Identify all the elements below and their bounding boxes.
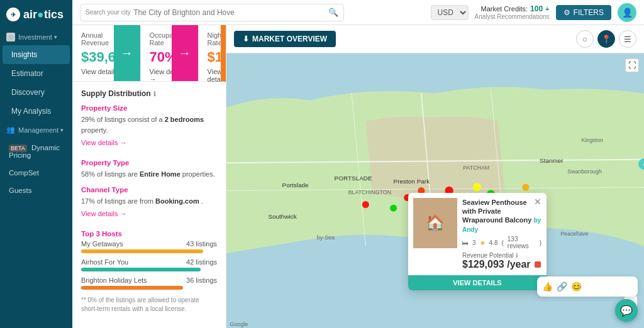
search-box[interactable]: Search your city 🔍: [80, 4, 344, 21]
popup-close-button[interactable]: ✕: [534, 197, 541, 207]
svg-point-8: [473, 183, 481, 191]
chat-notification: 👍 🔗 😊: [537, 276, 638, 297]
left-panel: Annual Revenue ℹ $39,669 View details → …: [72, 25, 226, 328]
popup-image: 🏠: [413, 198, 457, 248]
property-size-text: 29% of listings consist of a 2 bedrooms …: [81, 114, 217, 135]
chat-notification-icons: 👍 🔗 😊: [542, 282, 582, 292]
market-overview-bar: ⬇ MARKET OVERVIEW ○ 📍 ☰: [226, 25, 644, 53]
svg-point-25: [362, 201, 369, 208]
sidebar-item-my-analysis[interactable]: My Analysis: [0, 102, 72, 121]
investment-arrow: ▾: [54, 34, 57, 40]
bed-icon: 🛏: [462, 239, 469, 246]
channel-type-label: Channel Type: [81, 186, 217, 194]
channel-type-details-link[interactable]: View details →: [81, 210, 127, 217]
sidebar-item-compset[interactable]: CompSet: [0, 164, 72, 182]
sidebar-item-insights[interactable]: Insights: [3, 45, 70, 64]
main-wrapper: Search your city 🔍 USD Market Credits: 1…: [72, 0, 644, 328]
filters-button[interactable]: ⚙ FILTERS: [556, 5, 611, 20]
host-name-2: Brighton Holiday Lets: [81, 276, 147, 284]
host-item-2: Brighton Holiday Lets 36 listings: [81, 276, 217, 290]
management-section[interactable]: 👥 Management ▾: [0, 121, 72, 139]
map-controls: ○ 📍 ☰: [576, 30, 636, 48]
chat-widget[interactable]: 💬: [615, 299, 638, 322]
host-item-1: Airhost For You 42 listings: [81, 258, 217, 271]
popup-reviews: (: [501, 239, 503, 246]
top-hosts-label: Top 3 Hosts: [81, 230, 217, 238]
svg-text:Swanborough: Swanborough: [567, 168, 602, 175]
map-pin-control[interactable]: 📍: [597, 30, 615, 48]
svg-text:Google: Google: [230, 321, 248, 327]
search-city-label: Search your city: [86, 9, 131, 16]
sidebar: ✈ air●tics ▣ Investment ▾ Insights Estim…: [0, 0, 72, 328]
host-listings-2: 36 listings: [186, 276, 217, 284]
filter-icon: ⚙: [564, 8, 570, 17]
currency-select[interactable]: USD: [431, 5, 469, 20]
svg-text:PATCHAM: PATCHAM: [463, 165, 489, 171]
popup-meta: 🛏 3 ★ 4.8 (133 reviews): [462, 236, 541, 249]
view-details-button[interactable]: VIEW DETAILS: [408, 275, 547, 290]
link-icon[interactable]: 🔗: [557, 282, 567, 292]
svg-point-26: [390, 205, 397, 212]
sidebar-item-discovery[interactable]: Discovery: [0, 83, 72, 102]
management-icon: 👥: [6, 126, 15, 134]
metrics-row: Annual Revenue ℹ $39,669 View details → …: [72, 25, 226, 82]
investment-section[interactable]: ▣ Investment ▾: [0, 29, 72, 45]
host-item-0: My Getaways 43 listings: [81, 240, 217, 253]
market-overview-button[interactable]: ⬇ MARKET OVERVIEW: [234, 31, 336, 47]
svg-text:Peacehave: Peacehave: [560, 231, 588, 237]
metric-annual-revenue: Annual Revenue ℹ $39,669 View details → …: [72, 25, 141, 82]
popup-beds: 3: [472, 239, 476, 246]
accent-bar-occupancy: →: [172, 25, 198, 81]
host-listings-1: 42 listings: [186, 258, 217, 266]
svg-text:Preston Park: Preston Park: [394, 178, 430, 185]
svg-text:by-Sea: by-Sea: [317, 234, 335, 241]
logo-icon: ✈: [6, 8, 20, 21]
search-input[interactable]: [133, 8, 326, 17]
search-icon[interactable]: 🔍: [328, 8, 338, 17]
avatar[interactable]: 👤: [618, 3, 636, 22]
popup-revenue-value: $129,093 /year: [462, 259, 531, 270]
svg-text:Stanmer: Stanmer: [540, 157, 564, 164]
thumbs-up-icon[interactable]: 👍: [542, 282, 553, 292]
popup-title: Seaview Penthouse with Private Wraparoun…: [462, 198, 541, 234]
svg-text:Kingston: Kingston: [581, 137, 602, 143]
download-icon: ⬇: [243, 35, 249, 43]
map-background: Portslade PORTSLADE BLATCHINGTON Preston…: [226, 53, 644, 328]
property-type-text: 58% of listings are Entire Home properti…: [81, 169, 217, 180]
management-label: Management: [18, 126, 58, 134]
property-type-label: Property Type: [81, 159, 217, 167]
market-credits: Market Credits: 100 + Analyst Recommenda…: [475, 4, 550, 20]
info-icon-supply[interactable]: ℹ: [153, 90, 156, 97]
popup-rating-value: 4.8: [489, 239, 498, 246]
channel-type-text: 17% of listings are from Booking.com .: [81, 196, 217, 207]
right-panel: ⬇ MARKET OVERVIEW ○ 📍 ☰: [226, 25, 644, 328]
revenue-indicator: [535, 261, 541, 268]
topbar-right: USD Market Credits: 100 + Analyst Recomm…: [431, 3, 636, 22]
management-arrow: ▾: [60, 127, 64, 133]
svg-text:Southwick: Southwick: [268, 213, 296, 220]
supply-section: Supply Distribution ℹ Property Size 29% …: [72, 82, 226, 321]
market-credits-plus[interactable]: +: [545, 5, 549, 13]
map-expand-button[interactable]: ⛶: [625, 58, 639, 72]
svg-text:BLATCHINGTON: BLATCHINGTON: [348, 189, 391, 195]
map-area[interactable]: Portslade PORTSLADE BLATCHINGTON Preston…: [226, 53, 644, 328]
host-name-1: Airhost For You: [81, 258, 128, 266]
info-icon-popup[interactable]: ℹ: [516, 252, 518, 259]
sidebar-item-estimator[interactable]: Estimator: [0, 64, 72, 83]
property-popup: ✕ 🏠 Seaview Penthouse with Private Wrapa…: [408, 193, 547, 290]
market-credits-label: Market Credits:: [481, 5, 528, 13]
sidebar-item-dynamic-pricing[interactable]: BETA Dynamic Pricing: [0, 139, 72, 164]
property-size-details-link[interactable]: View details →: [81, 139, 127, 146]
map-circle-control[interactable]: ○: [576, 30, 594, 48]
accent-bar-nightly: →: [221, 25, 226, 81]
top-hosts-section: Top 3 Hosts My Getaways 43 listings Airh…: [81, 230, 217, 290]
svg-text:PORTSLADE: PORTSLADE: [335, 175, 372, 182]
sidebar-item-guests[interactable]: Guests: [0, 182, 72, 199]
investment-label: Investment: [18, 33, 52, 41]
popup-rating: ★: [480, 239, 486, 246]
map-list-control[interactable]: ☰: [619, 30, 636, 48]
host-bar-1: [81, 268, 201, 271]
content-area: Annual Revenue ℹ $39,669 View details → …: [72, 25, 644, 328]
popup-body: 🏠 Seaview Penthouse with Private Wraparo…: [408, 193, 547, 275]
emoji-icon[interactable]: 😊: [571, 282, 582, 292]
